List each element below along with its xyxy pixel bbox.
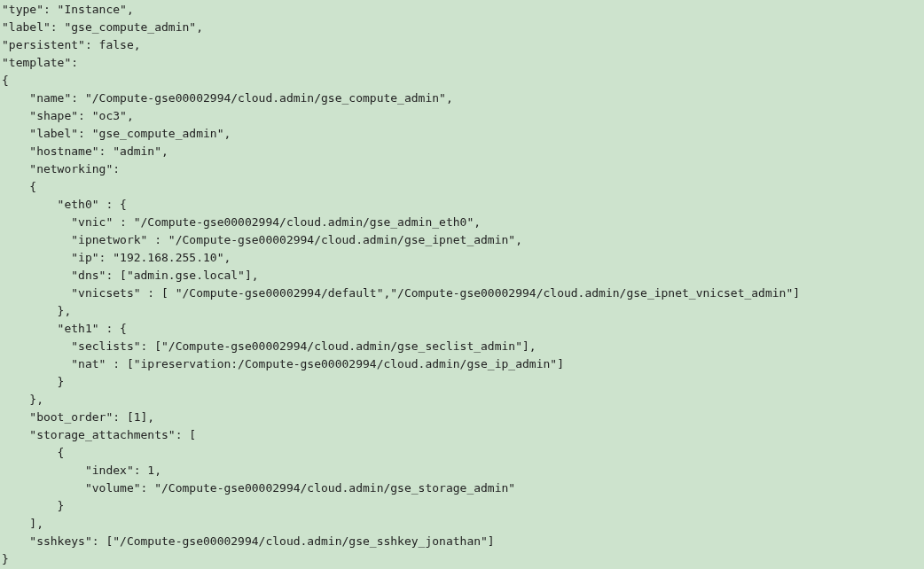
code-segment: "storage_attachments": [: [2, 428, 196, 441]
code-line: {: [2, 444, 922, 462]
code-segment: "vnicsets" : [ "/Compute-gse00002994/def…: [2, 286, 800, 300]
code-segment: "eth1" : {: [2, 322, 127, 335]
code-segment: "type": "Instance",: [2, 3, 134, 16]
code-line: }: [2, 373, 922, 391]
code-segment: },: [2, 393, 43, 406]
code-segment: "volume": "/Compute-gse00002994/cloud.ad…: [2, 481, 515, 495]
code-line: "shape": "oc3",: [2, 107, 922, 125]
code-segment: "boot_order": [1],: [2, 410, 154, 424]
code-line: "eth1" : {: [2, 320, 922, 338]
code-segment: "name": "/Compute-gse00002994/cloud.admi…: [2, 91, 453, 105]
code-line: "seclists": ["/Compute-gse00002994/cloud…: [2, 338, 922, 355]
code-line: "nat" : ["ipreservation:/Compute-gse0000…: [2, 355, 922, 373]
code-line: }: [2, 550, 922, 568]
code-segment: "persistent": false,: [2, 38, 141, 51]
code-segment: {: [2, 446, 64, 459]
code-line: "vnic" : "/Compute-gse00002994/cloud.adm…: [2, 214, 922, 231]
code-line: "vnicsets" : [ "/Compute-gse00002994/def…: [2, 284, 922, 302]
code-segment: ],: [2, 517, 43, 530]
code-segment: }: [2, 375, 64, 388]
code-line: "storage_attachments": [: [2, 426, 922, 444]
code-line: },: [2, 302, 922, 320]
code-line: "ip": "192.168.255.10",: [2, 249, 922, 267]
code-line: "networking":: [2, 160, 922, 178]
code-segment: "dns": ["admin.gse.local"],: [2, 269, 259, 282]
code-line: {: [2, 72, 922, 90]
code-segment: "seclists": ["/Compute-gse00002994/cloud…: [2, 339, 536, 353]
code-segment: "eth0" : {: [2, 198, 127, 211]
code-segment: "nat" : ["ipreservation:/Compute-gse0000…: [2, 357, 564, 370]
code-line: "eth0" : {: [2, 196, 922, 214]
code-segment: "index": 1,: [2, 464, 161, 477]
code-segment: "label": "gse_compute_admin",: [2, 127, 231, 140]
code-line: "label": "gse_compute_admin",: [2, 19, 922, 36]
code-segment: "ip": "192.168.255.10",: [2, 251, 231, 264]
code-block: "type": "Instance","label": "gse_compute…: [0, 0, 924, 569]
code-line: "name": "/Compute-gse00002994/cloud.admi…: [2, 90, 922, 107]
code-line: "dns": ["admin.gse.local"],: [2, 267, 922, 284]
code-line: "type": "Instance",: [2, 1, 922, 19]
code-line: "template":: [2, 54, 922, 72]
code-line: "hostname": "admin",: [2, 143, 922, 160]
code-segment: "template":: [2, 56, 78, 69]
code-line: "index": 1,: [2, 462, 922, 479]
code-line: "sshkeys": ["/Compute-gse00002994/cloud.…: [2, 533, 922, 550]
code-line: "label": "gse_compute_admin",: [2, 125, 922, 143]
code-line: "persistent": false,: [2, 36, 922, 54]
code-segment: {: [2, 74, 9, 87]
code-line: {: [2, 178, 922, 196]
code-line: }: [2, 497, 922, 515]
code-line: "ipnetwork" : "/Compute-gse00002994/clou…: [2, 231, 922, 249]
code-segment: "hostname": "admin",: [2, 144, 168, 158]
code-segment: "vnic" : "/Compute-gse00002994/cloud.adm…: [2, 215, 481, 229]
code-line: "volume": "/Compute-gse00002994/cloud.ad…: [2, 479, 922, 497]
code-segment: "ipnetwork" : "/Compute-gse00002994/clou…: [2, 233, 522, 246]
code-line: },: [2, 391, 922, 409]
code-segment: "label": "gse_compute_admin",: [2, 20, 203, 34]
code-segment: "networking":: [2, 162, 120, 175]
code-segment: },: [2, 304, 71, 317]
code-segment: }: [2, 552, 9, 565]
code-segment: "shape": "oc3",: [2, 109, 134, 122]
code-segment: "sshkeys": ["/Compute-gse00002994/cloud.…: [2, 534, 495, 548]
code-segment: }: [2, 499, 64, 512]
code-line: ],: [2, 515, 922, 533]
code-segment: {: [2, 180, 36, 193]
code-line: "boot_order": [1],: [2, 409, 922, 426]
